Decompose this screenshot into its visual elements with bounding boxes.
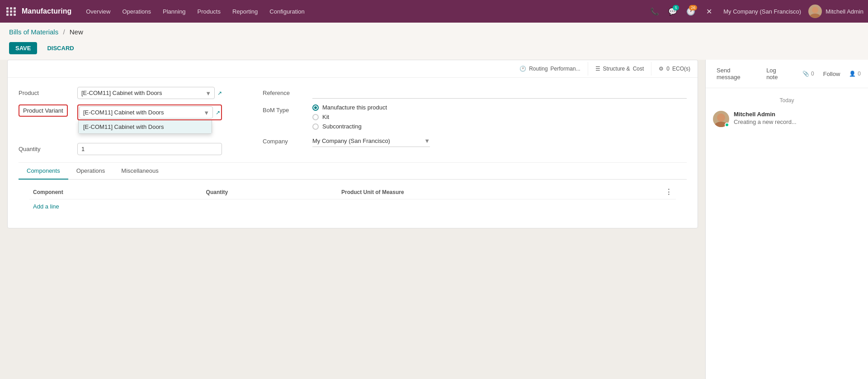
user-avatar[interactable] [808, 5, 822, 18]
svg-point-0 [812, 7, 818, 13]
app-brand: Manufacturing [22, 7, 71, 15]
discard-button[interactable]: DISCARD [41, 42, 80, 54]
messages-badge: 5 [673, 5, 679, 10]
form-col-left: Product ▼ ↗ [19, 87, 254, 161]
radio-subcontracting[interactable]: Subcontracting [312, 123, 687, 130]
product-input[interactable] [77, 87, 215, 99]
form-area: 🕐 Routing Performan... ☰ Structure & Cos… [0, 60, 705, 379]
product-variant-field-wrapper: ▼ ↗ [77, 104, 222, 120]
chatter-avatar-wrapper [713, 111, 729, 127]
online-status-dot [725, 123, 729, 127]
variant-external-link-icon[interactable]: ↗ [216, 109, 220, 116]
reference-field [312, 87, 687, 99]
tabs-bar: Components Operations Miscellaneous [19, 163, 687, 180]
breadcrumb-current: New [70, 28, 83, 36]
tabs-section: Components Operations Miscellaneous [19, 162, 687, 180]
svg-point-1 [810, 14, 821, 18]
menu-products[interactable]: Products [192, 0, 226, 23]
messages-icon[interactable]: 💬 5 [665, 4, 680, 19]
reference-row: Reference [263, 87, 687, 99]
product-variant-row: Product Variant ▼ ↗ [19, 104, 254, 120]
menu-operations[interactable]: Operations [117, 0, 156, 23]
eco-count: 0 [666, 66, 670, 72]
radio-manufacture[interactable]: Manufacture this product [312, 104, 687, 111]
activities-badge: 26 [689, 5, 697, 10]
reference-label: Reference [263, 87, 312, 96]
structure-cost-btn[interactable]: ☰ Structure & Cost [588, 62, 652, 76]
reference-input[interactable] [312, 87, 687, 99]
action-bar: SAVE DISCARD [0, 39, 868, 60]
structure-label: Structure & [603, 66, 630, 72]
quantity-row: Quantity [19, 143, 254, 155]
menu-overview[interactable]: Overview [80, 0, 116, 23]
user-name: Mitchell Admin [826, 8, 863, 15]
send-message-btn[interactable]: Send message [713, 65, 757, 82]
eco-label: ECO(s) [672, 66, 690, 72]
company-select[interactable]: My Company (San Francisco) ▼ [312, 135, 430, 147]
form-two-col: Product ▼ ↗ [19, 87, 687, 161]
quantity-label: Quantity [19, 143, 77, 152]
form-card-toolbar: 🕐 Routing Performan... ☰ Structure & Cos… [8, 60, 698, 78]
table-options-icon[interactable]: ⋮ [665, 188, 672, 196]
menu-reporting[interactable]: Reporting [227, 0, 263, 23]
phone-icon[interactable]: 📞 [647, 4, 662, 19]
product-field-wrapper: ▼ ↗ [77, 87, 222, 99]
add-line-link[interactable]: Add a line [29, 199, 63, 213]
attachment-count: 📎 0 [802, 71, 814, 77]
navbar-right: 📞 💬 5 🕐 26 ✕ My Company (San Francisco) … [647, 4, 863, 19]
routing-performance-btn[interactable]: 🕐 Routing Performan... [512, 62, 588, 76]
menu-configuration[interactable]: Configuration [264, 0, 310, 23]
form-body: Product ▼ ↗ [8, 78, 698, 228]
close-icon[interactable]: ✕ [702, 4, 716, 19]
product-row: Product ▼ ↗ [19, 87, 254, 99]
radio-subcontracting-label: Subcontracting [322, 123, 362, 130]
tab-miscellaneous[interactable]: Miscellaneous [113, 163, 166, 180]
tab-components[interactable]: Components [19, 163, 68, 180]
company-field: My Company (San Francisco) ▼ [312, 135, 687, 147]
cost-label: Cost [633, 66, 644, 72]
bom-type-field: Manufacture this product Kit Subcontract… [312, 104, 687, 130]
eco-btn[interactable]: ⚙ 0 ECO(s) [651, 62, 698, 76]
log-note-btn[interactable]: Log note [763, 65, 792, 82]
main-menu: Overview Operations Planning Products Re… [80, 0, 647, 23]
product-variant-inner: ▼ ↗ [79, 106, 220, 118]
follow-button[interactable]: Follow [820, 69, 844, 79]
components-table: Component Quantity Product Unit of Measu… [29, 185, 676, 213]
quantity-input[interactable] [77, 143, 222, 155]
form-card: 🕐 Routing Performan... ☰ Structure & Cos… [7, 60, 698, 228]
clock-icon: 🕐 [519, 66, 526, 72]
grid-menu-icon[interactable] [5, 5, 18, 18]
attachment-count-value: 0 [811, 71, 814, 77]
variant-dropdown-popup: [E-COM11] Cabinet with Doors [78, 120, 212, 134]
gear-icon: ⚙ [659, 66, 664, 72]
radio-kit-circle [312, 114, 319, 120]
svg-point-2 [717, 114, 725, 122]
tab-operations[interactable]: Operations [68, 163, 113, 180]
col-quantity: Quantity [203, 185, 338, 199]
activities-icon[interactable]: 🕐 26 [684, 4, 698, 19]
radio-kit-label: Kit [322, 114, 329, 120]
company-row: Company My Company (San Francisco) ▼ [263, 135, 687, 147]
product-external-link-icon[interactable]: ↗ [217, 90, 222, 96]
performance-label: Performan... [551, 66, 580, 72]
company-value: My Company (San Francisco) [312, 137, 390, 144]
chatter-msg-content: Mitchell Admin Creating a new record... [734, 111, 797, 127]
company-dropdown-arrow: ▼ [424, 137, 430, 144]
radio-manufacture-label: Manufacture this product [322, 104, 387, 111]
breadcrumb-parent[interactable]: Bills of Materials [9, 28, 58, 36]
breadcrumb-separator: / [63, 28, 65, 36]
main-layout: 🕐 Routing Performan... ☰ Structure & Cos… [0, 60, 868, 379]
product-variant-input[interactable] [79, 106, 213, 118]
chatter-body: Today Mitchell Admin Creating a new reco… [706, 88, 868, 379]
menu-planning[interactable]: Planning [157, 0, 191, 23]
follower-count-value: 0 [858, 71, 861, 77]
dropdown-option-1[interactable]: [E-COM11] Cabinet with Doors [79, 120, 212, 133]
chatter-header: Send message Log note 📎 0 Follow 👤 0 [706, 60, 868, 88]
quantity-field [77, 143, 222, 155]
radio-kit[interactable]: Kit [312, 114, 687, 120]
chatter-msg-text: Creating a new record... [734, 118, 797, 125]
table-section: Component Quantity Product Unit of Measu… [19, 180, 687, 219]
radio-subcontracting-circle [312, 123, 319, 130]
navbar: Manufacturing Overview Operations Planni… [0, 0, 868, 23]
save-button[interactable]: SAVE [9, 42, 37, 54]
